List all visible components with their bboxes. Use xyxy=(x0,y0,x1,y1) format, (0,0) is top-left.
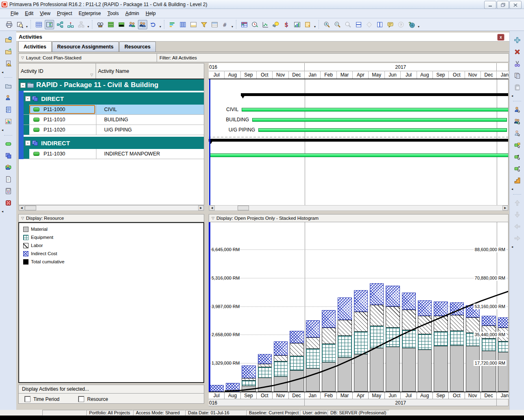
filter-selector[interactable]: Filter: All Activities xyxy=(157,53,509,62)
collapse-box-icon[interactable]: - xyxy=(25,140,31,146)
resource-display-header[interactable]: ▽ Display: Resource xyxy=(18,214,204,222)
ug-piping-bar[interactable] xyxy=(258,128,507,132)
activity-row-p11-1030[interactable]: P11-1030INDIRECT MANPOWER xyxy=(24,149,204,159)
assign-predecessor-icon[interactable] xyxy=(512,152,522,162)
assign-activity-code-icon[interactable] xyxy=(512,140,522,150)
collapse-arrow-icon[interactable]: ◂ xyxy=(511,245,513,249)
toolbar-overflow-icon[interactable]: ▾ xyxy=(418,25,419,29)
tab-activities[interactable]: Activities xyxy=(18,41,52,52)
obs-notebook-icon[interactable] xyxy=(3,105,13,114)
close-button[interactable] xyxy=(509,1,522,9)
resource-assignments-person-icon[interactable] xyxy=(3,162,13,172)
collapse-all-icon[interactable] xyxy=(117,20,126,29)
assign-role-icon[interactable] xyxy=(512,128,522,138)
scroll-right-icon[interactable]: ▶ xyxy=(198,206,204,210)
vertical-splitter-bottom[interactable] xyxy=(204,214,209,406)
indirect-summary[interactable] xyxy=(209,139,509,142)
bottom-layout-icon[interactable] xyxy=(189,20,198,29)
projects-folder-icon[interactable] xyxy=(3,81,13,91)
layout-selector[interactable]: ▽ Layout: Cost Plan-Stacked xyxy=(18,53,157,62)
menu-enterprise[interactable]: Enterprise xyxy=(75,9,104,18)
wbs-boxes-icon[interactable] xyxy=(3,151,13,160)
usage-profile-icon[interactable] xyxy=(293,20,302,29)
menu-file[interactable]: File xyxy=(7,9,22,18)
minimize-button[interactable] xyxy=(484,1,496,9)
steps-icon[interactable] xyxy=(512,175,522,185)
scroll-thumb[interactable] xyxy=(25,206,36,210)
resource-assignments-view-icon[interactable] xyxy=(138,20,147,29)
toolbar-overflow-icon[interactable]: ▾ xyxy=(87,25,89,29)
print-icon[interactable] xyxy=(4,20,14,29)
workspace-close-icon[interactable]: x xyxy=(497,34,504,41)
vertical-split-icon[interactable] xyxy=(375,20,384,29)
currency-icon[interactable]: $ xyxy=(282,20,291,29)
scroll-left-icon[interactable]: ◀ xyxy=(209,206,215,210)
cut-icon[interactable] xyxy=(512,59,522,68)
sort-icon[interactable] xyxy=(168,20,177,29)
columns-icon[interactable] xyxy=(178,20,188,29)
scroll-thumb[interactable] xyxy=(238,206,249,210)
menu-view[interactable]: View xyxy=(37,9,54,18)
group-and-sort-icon[interactable] xyxy=(210,20,219,29)
checkbox-resource[interactable] xyxy=(78,396,84,402)
assign-resource-by-role-icon[interactable] xyxy=(512,116,522,126)
risks-dice-icon[interactable] xyxy=(3,198,13,208)
menu-tools[interactable]: Tools xyxy=(104,9,122,18)
menu-edit[interactable]: Edit xyxy=(22,9,37,18)
activity-row-p11-1010[interactable]: P11-1010BUILDING xyxy=(24,115,204,125)
tab-resources[interactable]: Resources xyxy=(119,42,156,52)
menu-help[interactable]: Help xyxy=(142,9,159,18)
new-project-icon[interactable] xyxy=(3,35,13,45)
scroll-right-icon[interactable]: ▶ xyxy=(502,206,508,210)
vertical-splitter-top[interactable] xyxy=(204,63,209,211)
menu-project[interactable]: Project xyxy=(54,9,75,18)
copy-icon[interactable] xyxy=(512,70,522,80)
tab-resource-assignments[interactable]: Resource Assignments xyxy=(52,42,119,52)
gantt-view-icon[interactable] xyxy=(45,20,54,29)
layouts-icon[interactable] xyxy=(303,20,312,29)
restore-button[interactable] xyxy=(497,1,509,9)
project-row[interactable]: -RAPID - Package 11 - Civil & Building xyxy=(19,79,204,91)
activity-row-p11-1000[interactable]: P11-1000CIVIL xyxy=(24,105,204,115)
toolbar-overflow-icon[interactable]: ▾ xyxy=(314,25,316,29)
column-header-activity-id[interactable]: Activity ID ▽ xyxy=(19,63,96,79)
collapse-box-icon[interactable]: - xyxy=(20,83,26,88)
line-numbers-icon[interactable]: # xyxy=(221,20,230,29)
zoom-in-icon[interactable] xyxy=(322,20,332,29)
activities-capsule-icon[interactable] xyxy=(3,139,13,149)
assign-resource-icon[interactable] xyxy=(512,105,522,114)
expand-all-icon[interactable] xyxy=(106,20,116,29)
table-view-icon[interactable] xyxy=(34,20,44,29)
collapse-arrow-icon[interactable]: ◂ xyxy=(2,70,3,74)
checkbox-time-period[interactable] xyxy=(24,396,31,402)
print-preview-icon[interactable] xyxy=(15,20,24,29)
schedule-clock-icon[interactable] xyxy=(250,20,260,29)
collapse-arrow-icon[interactable]: ◂ xyxy=(511,187,513,191)
open-project-icon[interactable] xyxy=(3,47,13,57)
collapse-box-icon[interactable]: - xyxy=(25,96,31,101)
find-icon[interactable] xyxy=(96,20,105,29)
resources-person-icon[interactable] xyxy=(3,93,13,103)
scroll-left-icon[interactable]: ◀ xyxy=(19,206,24,210)
assign-successor-icon[interactable] xyxy=(512,164,522,173)
horizontal-split-icon[interactable] xyxy=(354,20,363,29)
undo-icon[interactable] xyxy=(148,20,158,29)
level-resources-icon[interactable] xyxy=(261,20,270,29)
resources-view-icon[interactable] xyxy=(127,20,137,29)
calculator-icon[interactable] xyxy=(3,186,13,196)
table-hscrollbar[interactable]: ◀ ▶ xyxy=(18,205,204,211)
collapse-arrow-icon[interactable]: ◂ xyxy=(511,94,513,98)
reports-chart-icon[interactable] xyxy=(3,116,13,126)
usage-spreadsheet-icon[interactable] xyxy=(240,20,249,29)
delete-icon[interactable] xyxy=(512,47,522,57)
activity-row-p11-1020[interactable]: P11-1020U/G PIPING xyxy=(24,125,204,135)
horizontal-splitter[interactable] xyxy=(16,211,509,214)
network-view-icon[interactable] xyxy=(55,20,65,29)
toolbar-overflow-icon[interactable]: ▾ xyxy=(159,25,161,29)
direct-summary[interactable] xyxy=(241,93,509,96)
online-help-icon[interactable]: ? xyxy=(407,20,416,29)
trace-logic-icon[interactable] xyxy=(66,20,75,29)
civil-bar[interactable] xyxy=(242,108,509,112)
collapse-arrow-icon[interactable]: ◂ xyxy=(2,210,3,213)
toolbar-overflow-icon[interactable]: ▾ xyxy=(26,25,28,29)
